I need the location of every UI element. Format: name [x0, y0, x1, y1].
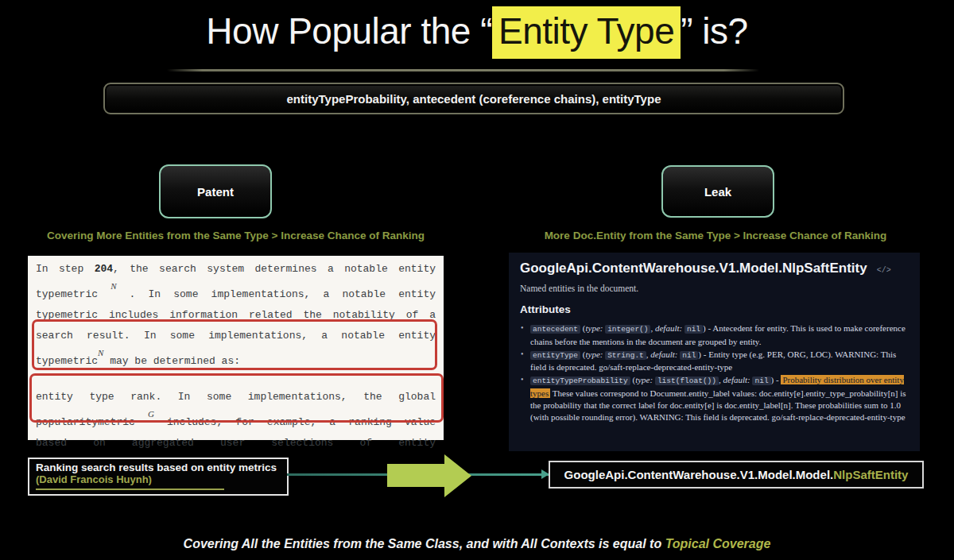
summary-pill-text: entityTypeProbability, antecedent (coref…: [287, 92, 661, 106]
slide: How Popular the “Entity Type” is? entity…: [0, 0, 954, 560]
attr-name: antecedent: [530, 325, 580, 334]
leak-button-label: Leak: [704, 185, 731, 199]
patent-button-label: Patent: [197, 185, 234, 199]
patent-document-panel: In step 204, the search system determine…: [28, 256, 444, 440]
title-prefix: How Popular the “: [206, 10, 492, 52]
bullet-icon: •: [521, 374, 524, 386]
attr-default: nil: [752, 377, 770, 385]
patent-subtitle: Covering More Entities from the Same Typ…: [28, 230, 444, 241]
attr-type: integer(): [605, 325, 650, 334]
attr-name: entityType: [530, 351, 580, 360]
patent-line: based on aggregated user selections of e…: [36, 433, 436, 454]
attr-default: nil: [684, 325, 703, 334]
bullet-icon: •: [521, 322, 524, 334]
arrow-icon: [444, 454, 471, 497]
author-link-underline: [36, 489, 224, 490]
title-suffix: ” is?: [681, 10, 747, 52]
code-icon[interactable]: </>: [877, 266, 891, 275]
patent-line: typemetric N . In some implementations, …: [36, 280, 436, 305]
superscript-n: N: [111, 281, 116, 291]
caption-text: Covering All the Entities from the Same …: [184, 537, 665, 550]
arrow-icon: [387, 464, 444, 487]
patent-reference-box: Ranking search results based on entity m…: [28, 458, 289, 496]
title-underline: [167, 69, 759, 71]
attribute-entity-type-probability: • entityTypeProbability (type: list(floa…: [520, 374, 909, 423]
attr-name: entityTypeProbability: [530, 377, 630, 385]
api-doc-panel: GoogleApi.ContentWarehouse.V1.Model.NlpS…: [509, 253, 920, 451]
attributes-heading: Attributes: [520, 303, 909, 315]
api-description: Named entities in the document.: [520, 284, 909, 293]
bullet-icon: •: [521, 349, 524, 361]
attr-default: nil: [680, 351, 698, 360]
patent-button[interactable]: Patent: [159, 164, 272, 218]
attr-description: These values correspond to Document.enti…: [530, 388, 906, 422]
attr-type: String.t: [605, 351, 646, 360]
page-title: How Popular the “Entity Type” is?: [0, 10, 954, 52]
api-reference-box: GoogleApi.ContentWarehouse.V1.Model.Mode…: [549, 461, 924, 489]
title-highlight: Entity Type: [492, 6, 681, 59]
caption-highlight: Topical Coverage: [665, 537, 771, 550]
api-reference-highlight: NlpSaftEntity: [833, 468, 908, 481]
bottom-caption: Covering All the Entities from the Same …: [0, 537, 954, 551]
leak-subtitle: More Doc.Entity from the Same Type > Inc…: [509, 230, 922, 241]
leak-button[interactable]: Leak: [661, 165, 774, 218]
attributes-list: • antecedent (type: integer(), default: …: [520, 322, 909, 423]
patent-line: In step 204, the search system determine…: [36, 259, 436, 280]
attribute-antecedent: • antecedent (type: integer(), default: …: [520, 322, 909, 348]
api-reference-prefix: GoogleApi.ContentWarehouse.V1.Model.Mode…: [564, 468, 834, 481]
attribute-entity-type: • entityType (type: String.t, default: n…: [520, 349, 909, 374]
patent-author-link[interactable]: (David Francois Huynh): [36, 473, 281, 485]
attr-type: list(float()): [655, 377, 719, 385]
patent-reference-title: Ranking search results based on entity m…: [36, 462, 281, 473]
red-annotation-box-1: [32, 319, 437, 370]
red-annotation-box-2: [29, 373, 444, 423]
step-number: 204: [95, 263, 113, 275]
api-module-title: GoogleApi.ContentWarehouse.V1.Model.NlpS…: [520, 261, 867, 276]
summary-pill: entityTypeProbability, antecedent (coref…: [103, 83, 844, 114]
api-title-row: GoogleApi.ContentWarehouse.V1.Model.NlpS…: [520, 261, 909, 276]
